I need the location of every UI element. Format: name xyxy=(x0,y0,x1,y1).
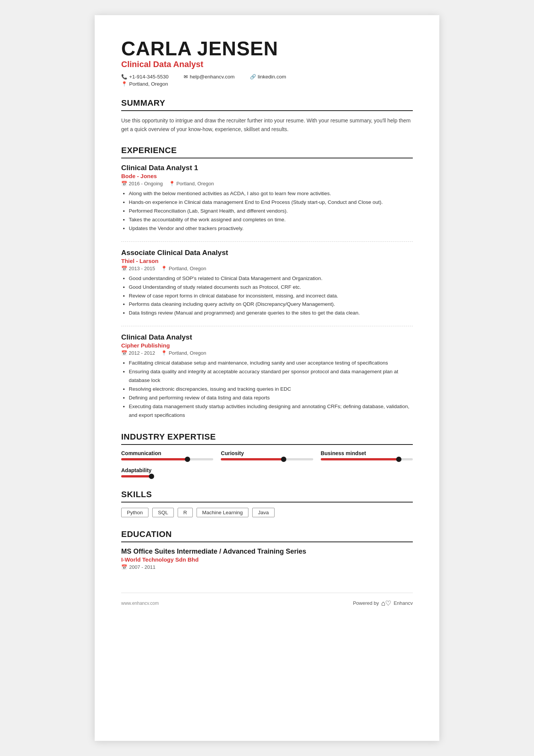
skill-tag-3: Machine Learning xyxy=(197,508,248,517)
dates-3: 📅 2012 - 2012 xyxy=(121,350,155,356)
skill-tag-4: Java xyxy=(252,508,275,517)
job-title-1: Clinical Data Analyst 1 xyxy=(121,164,413,172)
loc-icon-2: 📍 xyxy=(161,266,167,271)
skill-label-3: Adaptability xyxy=(121,467,213,473)
exp-meta-1: 📅 2016 - Ongoing 📍 Portland, Oregon xyxy=(121,181,413,186)
skills-title: SKILLS xyxy=(121,490,413,502)
skill-label-0: Communication xyxy=(121,450,213,456)
bullets-2: Good understanding of SOP's related to C… xyxy=(121,274,413,318)
expertise-grid: Communication Curiosity Business mindset xyxy=(121,450,413,477)
calendar-icon-1: 📅 xyxy=(121,181,127,186)
email-icon: ✉ xyxy=(184,74,188,80)
skill-communication: Communication xyxy=(121,450,213,460)
bullet-1-2: Performed Reconciliation (Lab, Signant H… xyxy=(129,207,413,216)
bullet-2-2: Review of case report forms in clinical … xyxy=(129,292,413,301)
linkedin-value: linkedin.com xyxy=(258,74,286,80)
brand-name: Enhancv xyxy=(393,600,413,606)
skill-tag-2: R xyxy=(178,508,193,517)
dates-value-3: 2012 - 2012 xyxy=(129,350,155,356)
bullet-3-0: Facilitating clinical database setup and… xyxy=(129,359,413,368)
edu-degree-0: MS Office Suites Intermediate / Advanced… xyxy=(121,548,413,556)
skill-bar-bg-1 xyxy=(221,458,313,460)
link-icon: 🔗 xyxy=(250,74,256,80)
loc-icon-1: 📍 xyxy=(169,181,175,186)
experience-section: EXPERIENCE Clinical Data Analyst 1 Bode … xyxy=(121,146,413,420)
summary-section: SUMMARY Use this opportunity to intrigue… xyxy=(121,98,413,133)
phone-value: +1-914-345-5530 xyxy=(129,74,169,80)
footer-website: www.enhancv.com xyxy=(121,601,159,606)
skill-bar-bg-3 xyxy=(121,475,151,477)
skills-section: SKILLS Python SQL R Machine Learning Jav… xyxy=(121,490,413,517)
exp-meta-2: 📅 2013 - 2015 📍 Portland, Oregon xyxy=(121,266,413,271)
divider-2 xyxy=(121,326,413,326)
linkedin-contact[interactable]: 🔗 linkedin.com xyxy=(250,74,286,80)
dates-value-1: 2016 - Ongoing xyxy=(129,181,163,186)
dates-value-2: 2013 - 2015 xyxy=(129,266,155,271)
resume-page: CARLA JENSEN Clinical Data Analyst 📞 +1-… xyxy=(95,15,439,741)
expertise-title: INDUSTRY EXPERTISE xyxy=(121,432,413,445)
skill-bar-dot-1 xyxy=(281,457,286,462)
expertise-section: INDUSTRY EXPERTISE Communication Curiosi… xyxy=(121,432,413,477)
location-contact: 📍 Portland, Oregon xyxy=(121,81,168,87)
skill-bar-bg-2 xyxy=(321,458,413,460)
bullet-3-1: Ensuring data quality and integrity at a… xyxy=(129,368,413,385)
company-3: Cipher Publishing xyxy=(121,342,413,349)
bullet-2-3: Performs data cleaning including query a… xyxy=(129,300,413,309)
edu-calendar-icon: 📅 xyxy=(121,564,127,570)
exp-meta-3: 📅 2012 - 2012 📍 Portland, Oregon xyxy=(121,350,413,356)
calendar-icon-2: 📅 xyxy=(121,266,127,271)
location-1: 📍 Portland, Oregon xyxy=(169,181,214,186)
dates-2: 📅 2013 - 2015 xyxy=(121,266,155,271)
bullet-1-0: Along with the below mentioned activitie… xyxy=(129,189,413,198)
skill-tag-1: SQL xyxy=(152,508,174,517)
bullets-1: Along with the below mentioned activitie… xyxy=(121,189,413,233)
location-3: 📍 Portland, Oregon xyxy=(161,350,206,356)
loc-value-1: Portland, Oregon xyxy=(176,181,214,186)
dates-1: 📅 2016 - Ongoing xyxy=(121,181,163,186)
location-icon: 📍 xyxy=(121,81,127,87)
divider-1 xyxy=(121,241,413,242)
skill-bar-dot-3 xyxy=(149,474,154,479)
skill-tag-0: Python xyxy=(121,508,148,517)
contact-row-1: 📞 +1-914-345-5530 ✉ help@enhancv.com 🔗 l… xyxy=(121,74,413,80)
loc-value-2: Portland, Oregon xyxy=(169,266,206,271)
bullet-3-4: Executing data management study startup … xyxy=(129,402,413,420)
enhancv-logo-icon: ⌂♡ xyxy=(381,599,392,607)
skill-label-2: Business mindset xyxy=(321,450,413,456)
job-title-2: Associate Clinical Data Analyst xyxy=(121,249,413,257)
skill-bar-fill-0 xyxy=(121,458,187,460)
location-value: Portland, Oregon xyxy=(129,81,168,87)
skill-bar-dot-2 xyxy=(396,457,401,462)
skill-adaptability: Adaptability xyxy=(121,467,213,477)
bullet-1-1: Hands-on experience in Clinical data man… xyxy=(129,198,413,207)
skill-bar-fill-1 xyxy=(221,458,283,460)
skill-business: Business mindset xyxy=(321,450,413,460)
skill-bar-fill-2 xyxy=(321,458,399,460)
job-block-1: Clinical Data Analyst 1 Bode - Jones 📅 2… xyxy=(121,164,413,233)
loc-value-3: Portland, Oregon xyxy=(169,350,206,356)
edu-block-0: MS Office Suites Intermediate / Advanced… xyxy=(121,548,413,570)
candidate-name: CARLA JENSEN xyxy=(121,38,413,59)
summary-title: SUMMARY xyxy=(121,98,413,111)
location-2: 📍 Portland, Oregon xyxy=(161,266,206,271)
edu-dates-0: 2007 - 2011 xyxy=(129,564,155,570)
candidate-title: Clinical Data Analyst xyxy=(121,59,413,69)
job-block-3: Clinical Data Analyst Cipher Publishing … xyxy=(121,333,413,420)
bullet-2-1: Good Understanding of study related docu… xyxy=(129,283,413,292)
email-contact: ✉ help@enhancv.com xyxy=(184,74,235,80)
company-2: Thiel - Larson xyxy=(121,258,413,264)
bullet-1-4: Updates the Vendor and other trackers pr… xyxy=(129,224,413,233)
powered-by-label: Powered by xyxy=(353,600,379,606)
bullet-3-2: Resolving electronic discrepancies, issu… xyxy=(129,385,413,394)
skill-curiosity: Curiosity xyxy=(221,450,313,460)
bullet-2-0: Good understanding of SOP's related to C… xyxy=(129,274,413,283)
skill-bar-fill-3 xyxy=(121,475,151,477)
bullet-2-4: Data listings review (Manual and program… xyxy=(129,309,413,318)
footer-brand: Powered by ⌂♡ Enhancv xyxy=(353,599,413,607)
calendar-icon-3: 📅 xyxy=(121,350,127,356)
education-section: EDUCATION MS Office Suites Intermediate … xyxy=(121,529,413,570)
bullet-1-3: Takes the accountability of the work ass… xyxy=(129,216,413,224)
edu-school-0: I-World Technology Sdn Bhd xyxy=(121,556,413,563)
job-block-2: Associate Clinical Data Analyst Thiel - … xyxy=(121,249,413,318)
skill-bar-bg-0 xyxy=(121,458,213,460)
